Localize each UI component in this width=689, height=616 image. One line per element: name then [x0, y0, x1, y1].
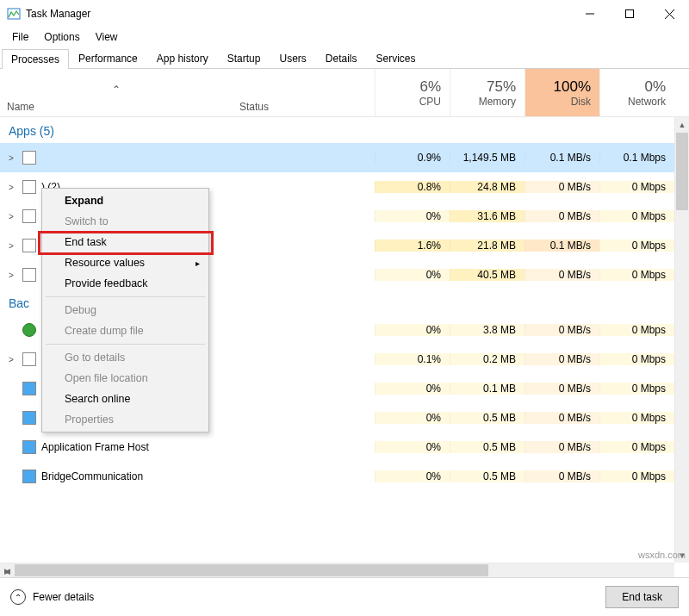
- window-title: Task Manager: [26, 8, 570, 20]
- expand-chevron-icon[interactable]: >: [5, 241, 17, 251]
- column-disk[interactable]: 100% Disk: [525, 69, 599, 116]
- cell-cpu: 0%: [375, 470, 450, 482]
- cell-mem: 0.5 MB: [450, 412, 525, 424]
- network-label: Network: [628, 96, 666, 108]
- maximize-button[interactable]: [610, 0, 649, 28]
- cell-mem: 0.1 MB: [450, 383, 525, 395]
- cell-cpu: 0%: [375, 210, 450, 222]
- menu-file[interactable]: File: [5, 29, 35, 45]
- menu-item-open-file-location: Open file location: [44, 368, 207, 389]
- menu-options[interactable]: Options: [37, 29, 86, 45]
- tab-services[interactable]: Services: [367, 48, 425, 68]
- chevron-up-circle-icon: ⌃: [10, 589, 26, 605]
- cell-mem: 1,149.5 MB: [450, 152, 525, 164]
- menu-item-search-online[interactable]: Search online: [44, 389, 207, 409]
- cell-disk: 0 MB/s: [525, 412, 599, 424]
- watermark: wsxdn.com: [638, 550, 686, 560]
- cell-net: 0 Mbps: [599, 269, 674, 281]
- memory-pct: 75%: [487, 78, 516, 96]
- cell-cpu: 1.6%: [375, 240, 450, 252]
- column-network[interactable]: 0% Network: [599, 69, 674, 116]
- menu-separator: [46, 296, 205, 297]
- horizontal-scrollbar[interactable]: ◀ ▶: [0, 563, 674, 577]
- cell-cpu: 0.9%: [375, 152, 450, 164]
- process-icon: [22, 151, 36, 165]
- process-icon: [22, 180, 36, 194]
- fewer-details-label: Fewer details: [33, 591, 94, 603]
- cell-mem: 0.2 MB: [450, 353, 525, 365]
- task-manager-window: Task Manager File Options View Processes…: [0, 0, 689, 616]
- cell-cpu: 0.8%: [375, 181, 450, 193]
- scroll-up-icon[interactable]: ▲: [675, 117, 689, 132]
- fewer-details-toggle[interactable]: ⌃ Fewer details: [10, 589, 605, 605]
- titlebar: Task Manager: [0, 0, 689, 28]
- process-icon: [22, 323, 36, 337]
- minimize-button[interactable]: [570, 0, 610, 28]
- process-icon: [22, 470, 36, 483]
- disk-label: Disk: [571, 96, 591, 108]
- cell-mem: 40.5 MB: [450, 269, 525, 281]
- menu-item-debug: Debug: [44, 300, 207, 320]
- cpu-pct: 6%: [419, 78, 441, 96]
- tab-details[interactable]: Details: [316, 48, 367, 68]
- vertical-scrollbar[interactable]: ▲ ▼: [674, 117, 689, 563]
- expand-chevron-icon[interactable]: >: [5, 355, 17, 364]
- column-headers: ⌃ Name Status 6% CPU 75% Memory 100% Dis…: [0, 69, 689, 117]
- column-status-label: Status: [239, 101, 368, 113]
- submenu-arrow-icon: ▸: [196, 258, 200, 268]
- menu-separator: [46, 344, 205, 345]
- menu-item-expand[interactable]: Expand: [44, 190, 207, 211]
- process-icon: [22, 268, 36, 282]
- process-icon: [22, 382, 36, 395]
- disk-pct: 100%: [554, 78, 591, 96]
- cell-cpu: 0.1%: [375, 353, 450, 365]
- tab-startup[interactable]: Startup: [218, 48, 270, 68]
- menu-view[interactable]: View: [89, 29, 125, 45]
- column-memory[interactable]: 75% Memory: [450, 69, 525, 116]
- table-row[interactable]: BridgeCommunication0%0.5 MB0 MB/s0 Mbps: [0, 462, 674, 491]
- expand-chevron-icon[interactable]: >: [5, 153, 17, 163]
- expand-chevron-icon[interactable]: >: [5, 212, 17, 221]
- context-menu: ExpandSwitch toEnd taskResource values▸P…: [41, 188, 209, 432]
- cell-disk: 0 MB/s: [525, 324, 599, 336]
- tab-app-history[interactable]: App history: [147, 48, 218, 68]
- column-name[interactable]: ⌃ Name: [0, 69, 233, 116]
- column-status[interactable]: Status: [233, 69, 375, 116]
- tab-performance[interactable]: Performance: [69, 48, 147, 68]
- cell-mem: 31.6 MB: [450, 210, 525, 222]
- process-icon: [22, 239, 36, 252]
- scroll-thumb[interactable]: [676, 133, 688, 210]
- cell-cpu: 0%: [375, 269, 450, 281]
- cell-cpu: 0%: [375, 412, 450, 424]
- column-cpu[interactable]: 6% CPU: [375, 69, 450, 116]
- end-task-button[interactable]: End task: [605, 586, 679, 608]
- cell-disk: 0 MB/s: [525, 383, 599, 395]
- expand-chevron-icon[interactable]: >: [5, 183, 17, 192]
- menu-item-switch-to: Switch to: [44, 211, 207, 232]
- expand-chevron-icon[interactable]: >: [5, 271, 17, 280]
- tab-processes[interactable]: Processes: [2, 49, 69, 69]
- group-header-apps[interactable]: Apps (5): [0, 117, 674, 143]
- cell-mem: 24.8 MB: [450, 181, 525, 193]
- scroll-right-icon[interactable]: ▶: [0, 563, 15, 578]
- cell-disk: 0 MB/s: [525, 181, 599, 193]
- group-header-background[interactable]: Bac: [0, 289, 43, 315]
- process-name: BridgeCommunication: [41, 470, 143, 482]
- cell-disk: 0 MB/s: [525, 353, 599, 365]
- cell-disk: 0 MB/s: [525, 269, 599, 281]
- cell-disk: 0 MB/s: [525, 441, 599, 453]
- menu-item-end-task[interactable]: End task: [44, 232, 207, 252]
- tabbar: Processes Performance App history Startu…: [0, 47, 689, 69]
- menu-item-resource-values[interactable]: Resource values▸: [44, 252, 207, 273]
- close-button[interactable]: [649, 0, 689, 28]
- hscroll-thumb[interactable]: [15, 564, 488, 576]
- cell-disk: 0.1 MB/s: [525, 240, 599, 252]
- table-row[interactable]: Application Frame Host0%0.5 MB0 MB/s0 Mb…: [0, 432, 674, 462]
- cell-mem: 3.8 MB: [450, 324, 525, 336]
- tab-users[interactable]: Users: [270, 48, 315, 68]
- menu-item-provide-feedback[interactable]: Provide feedback: [44, 273, 207, 294]
- memory-label: Memory: [479, 96, 516, 108]
- process-icon: [22, 440, 36, 454]
- sort-chevron-up-icon: ⌃: [7, 84, 226, 101]
- table-row[interactable]: >0.9%1,149.5 MB0.1 MB/s0.1 Mbps: [0, 143, 674, 172]
